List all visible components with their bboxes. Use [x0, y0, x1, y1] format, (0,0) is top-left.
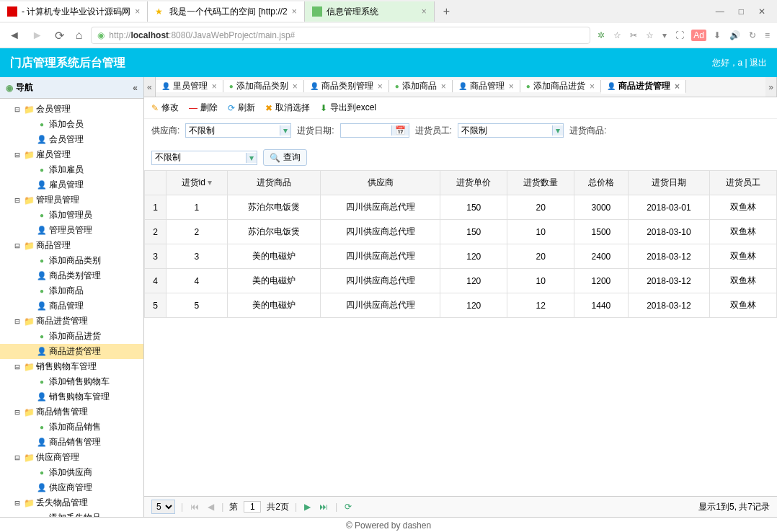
history-icon[interactable]: ↻	[747, 29, 758, 42]
tab-close-button[interactable]: ×	[441, 81, 446, 92]
staff-combo[interactable]: ▾	[458, 123, 564, 138]
column-header[interactable]: 总价格	[574, 171, 629, 195]
home-button[interactable]: ⌂	[73, 29, 86, 42]
aperture-icon[interactable]: ✲	[596, 29, 606, 42]
download-icon[interactable]: ⬇	[712, 29, 722, 42]
content-tab[interactable]: ●添加商品×	[389, 80, 453, 92]
tab-close-button[interactable]: ×	[212, 81, 217, 92]
tree-item[interactable]: 会员管理	[0, 132, 143, 147]
tab-close-button[interactable]: ×	[675, 81, 680, 92]
tree-item[interactable]: 添加丢失物品	[0, 510, 143, 517]
clip-icon[interactable]: ✂	[629, 29, 639, 42]
content-tab[interactable]: 👤商品类别管理×	[304, 80, 389, 92]
tab-close-button[interactable]: ×	[293, 81, 298, 92]
tree-item[interactable]: 添加销售购物车	[0, 374, 143, 389]
tree-toggle-icon[interactable]: ⊟	[13, 362, 22, 372]
content-tab[interactable]: ●添加商品进货×	[520, 80, 601, 92]
screenshot-icon[interactable]: ⛶	[674, 29, 685, 42]
volume-icon[interactable]: 🔊	[728, 29, 742, 42]
tree-item[interactable]: 添加管理员	[0, 208, 143, 223]
tree-toggle-icon[interactable]: ⊟	[13, 453, 22, 463]
tree-item[interactable]: 添加商品	[0, 283, 143, 298]
content-tab[interactable]: 👤商品进货管理×	[601, 80, 686, 94]
tab-close-button[interactable]: ×	[378, 81, 383, 92]
new-tab-button[interactable]: +	[435, 5, 458, 18]
tree-group[interactable]: ⊟销售购物车管理	[0, 359, 143, 374]
tree-toggle-icon[interactable]: ⊟	[13, 316, 22, 327]
down-icon[interactable]: ▾	[661, 29, 668, 42]
forward-button[interactable]: ►	[29, 29, 46, 42]
delete-button[interactable]: —删除	[189, 102, 218, 114]
search-button[interactable]: 🔍查询	[263, 149, 307, 166]
column-header[interactable]: 进货单价	[440, 171, 507, 195]
column-header[interactable]: 进货数量	[507, 171, 574, 195]
last-page-button[interactable]: ⏭	[318, 502, 329, 512]
tab-close-button[interactable]: ×	[292, 6, 297, 17]
column-header[interactable]: 进货员工	[710, 171, 777, 195]
browser-tab[interactable]: - 计算机专业毕业设计源码网×	[0, 1, 148, 22]
tabs-scroll-right[interactable]: »	[765, 77, 777, 97]
tree-item[interactable]: 商品销售管理	[0, 435, 143, 450]
table-row[interactable]: 33美的电磁炉四川供应商总代理1202024002018-03-12双鱼林	[145, 244, 777, 269]
star-icon[interactable]: ☆	[612, 29, 623, 42]
refresh-button[interactable]: ⟳刷新	[228, 102, 255, 114]
collapse-sidebar-button[interactable]: «	[133, 83, 138, 93]
prev-page-button[interactable]: ◀	[206, 502, 216, 512]
content-tab[interactable]: 👤商品管理×	[453, 80, 520, 92]
tab-close-button[interactable]: ×	[135, 6, 140, 17]
tree-toggle-icon[interactable]: ⊟	[13, 407, 22, 417]
tree-group[interactable]: ⊟会员管理	[0, 102, 143, 117]
tree-item[interactable]: 商品类别管理	[0, 268, 143, 283]
column-header[interactable]: 进货id	[166, 171, 228, 195]
page-number-input[interactable]	[244, 501, 261, 513]
supplier-combo[interactable]: ▾	[185, 123, 291, 138]
tree-toggle-icon[interactable]: ⊟	[13, 150, 22, 160]
tree-item[interactable]: 雇员管理	[0, 177, 143, 192]
close-window-button[interactable]: ✕	[752, 5, 771, 18]
tab-close-button[interactable]: ×	[422, 6, 427, 17]
tab-close-button[interactable]: ×	[509, 81, 514, 92]
column-header[interactable]: 进货商品	[227, 171, 320, 195]
edit-button[interactable]: ✎修改	[151, 102, 179, 114]
content-tab[interactable]: ●添加商品类别×	[223, 80, 304, 92]
browser-tab[interactable]: 信息管理系统×	[305, 1, 435, 22]
tree-group[interactable]: ⊟商品销售管理	[0, 404, 143, 420]
adblock-icon[interactable]: Ad	[691, 30, 706, 41]
product-combo[interactable]: ▾	[151, 151, 257, 165]
tree-item[interactable]: 添加商品进货	[0, 329, 143, 344]
first-page-button[interactable]: ⏮	[189, 502, 200, 512]
logout-link[interactable]: 退出	[750, 58, 767, 68]
content-tab[interactable]: 👤里员管理×	[156, 80, 223, 92]
tree-group[interactable]: ⊟管理员管理	[0, 192, 143, 208]
url-input[interactable]: ◉ http://localhost:8080/JavaWebProject/m…	[91, 27, 590, 44]
tree-item[interactable]: 添加商品销售	[0, 420, 143, 435]
maximize-button[interactable]: □	[733, 5, 750, 18]
tree-toggle-icon[interactable]: ⊟	[13, 498, 22, 508]
tree-toggle-icon[interactable]: ⊟	[13, 241, 22, 251]
tree-toggle-icon[interactable]: ⊟	[13, 105, 22, 115]
export-button[interactable]: ⬇导出到excel	[320, 102, 376, 114]
tree-group[interactable]: ⊟供应商管理	[0, 450, 143, 465]
tree-item[interactable]: 添加供应商	[0, 465, 143, 480]
minimize-button[interactable]: —	[710, 5, 730, 18]
pager-refresh-button[interactable]: ⟳	[343, 502, 353, 512]
tree-group[interactable]: ⊟商品管理	[0, 238, 143, 253]
tree-group[interactable]: ⊟丢失物品管理	[0, 495, 143, 510]
tree-group[interactable]: ⊟商品进货管理	[0, 314, 143, 329]
tabs-scroll-left[interactable]: «	[144, 77, 156, 97]
tree-item[interactable]: 供应商管理	[0, 480, 143, 495]
tree-item[interactable]: 添加雇员	[0, 162, 143, 177]
tree-group[interactable]: ⊟雇员管理	[0, 147, 143, 162]
menu-icon[interactable]: ≡	[763, 29, 771, 42]
table-row[interactable]: 22苏泊尔电饭煲四川供应商总代理1501015002018-03-10双鱼林	[145, 220, 777, 244]
column-header[interactable]: 供应商	[321, 171, 440, 195]
browser-tab[interactable]: ★我是一个代码工的空间 [http://2×	[148, 1, 304, 22]
tree-item[interactable]: 销售购物车管理	[0, 389, 143, 404]
page-size-select[interactable]: 5	[151, 500, 175, 514]
table-row[interactable]: 44美的电磁炉四川供应商总代理1201012002018-03-12双鱼林	[145, 269, 777, 293]
tree-item[interactable]: 商品进货管理	[0, 344, 143, 359]
tree-item[interactable]: 管理员管理	[0, 223, 143, 238]
bookmark-icon[interactable]: ☆	[644, 29, 655, 42]
table-row[interactable]: 11苏泊尔电饭煲四川供应商总代理1502030002018-03-01双鱼林	[145, 195, 777, 220]
next-page-button[interactable]: ▶	[303, 502, 312, 512]
